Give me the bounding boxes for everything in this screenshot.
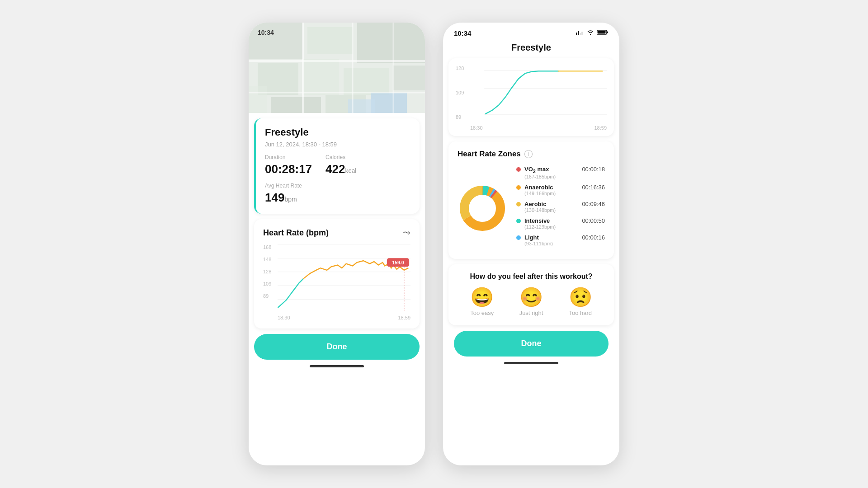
workout-card: Freestyle Jun 12, 2024, 18:30 - 18:59 Du… — [254, 118, 420, 214]
chart-wrapper: 168 148 128 109 89 — [263, 244, 410, 313]
zone-item-anaerobic: Anaerobic (149-166bpm) 00:16:36 — [516, 184, 605, 196]
just-right-emoji: 😊 — [519, 288, 543, 307]
svg-text:159.0: 159.0 — [392, 260, 404, 265]
zone-item-aerobic: Aerobic (130-148bpm) 00:09:46 — [516, 201, 605, 213]
page-title: Freestyle — [448, 42, 614, 53]
feel-title: How do you feel after this workout? — [458, 272, 605, 281]
feel-option-too-easy[interactable]: 😄 Too easy — [470, 288, 494, 316]
line-chart-card: 128 109 89 — [448, 58, 614, 136]
map-area: 10:34 — [249, 23, 425, 113]
right-x-labels: 18:30 18:59 — [456, 125, 607, 131]
svg-rect-26 — [576, 33, 577, 35]
zone-dot-anaerobic — [516, 185, 521, 190]
zones-list: VO2 max (167-185bpm) 00:00:18 Anaerobic … — [516, 166, 605, 251]
chart-x-labels: 18:30 18:59 — [263, 315, 410, 320]
feel-options: 😄 Too easy 😊 Just right 😟 Too hard — [458, 288, 605, 316]
zone-dot-light — [516, 235, 521, 240]
svg-rect-34 — [484, 66, 607, 119]
hr-chart-svg: 159.0 — [278, 244, 410, 313]
svg-rect-2 — [307, 27, 353, 54]
zones-title: Heart Rate Zones — [458, 150, 521, 159]
svg-rect-1 — [249, 23, 303, 59]
workout-title: Freestyle — [265, 127, 410, 138]
hr-chart-title: Heart Rate (bpm) — [263, 228, 329, 238]
zone-info-light: Light (93-111bpm) — [524, 234, 578, 246]
signal-icon — [576, 29, 584, 37]
zone-item-light: Light (93-111bpm) 00:00:16 — [516, 234, 605, 246]
calories-value: 422kcal — [326, 162, 356, 176]
right-phone: 10:34 Freestyle 128 109 89 — [443, 23, 619, 465]
right-content: Freestyle 128 109 89 — [443, 41, 619, 465]
svg-rect-28 — [580, 33, 581, 35]
status-bar: 10:34 — [443, 23, 619, 41]
zone-dot-aerobic — [516, 202, 521, 206]
map-time: 10:34 — [258, 29, 274, 36]
svg-rect-29 — [581, 32, 583, 35]
calories-stat: Calories 422kcal — [326, 154, 356, 176]
avg-hr-stat: Avg Heart Rate 149bpm — [265, 183, 410, 205]
status-icons — [576, 29, 609, 37]
phone-content: Freestyle Jun 12, 2024, 18:30 - 18:59 Du… — [249, 113, 425, 465]
right-chart-y-labels: 128 109 89 — [456, 66, 464, 120]
wifi-icon — [587, 29, 594, 37]
battery-icon — [597, 29, 609, 37]
right-chart-wrapper: 128 109 89 — [456, 66, 607, 124]
done-button-left[interactable]: Done — [254, 334, 420, 360]
zones-content: VO2 max (167-185bpm) 00:00:18 Anaerobic … — [458, 166, 605, 251]
done-button-right[interactable]: Done — [454, 331, 609, 357]
duration-label: Duration — [265, 154, 312, 160]
svg-point-30 — [590, 34, 591, 35]
svg-rect-11 — [371, 93, 407, 113]
feel-option-too-hard[interactable]: 😟 Too hard — [569, 288, 592, 316]
right-chart-svg — [456, 66, 607, 124]
zone-info-vo2: VO2 max (167-185bpm) — [524, 166, 578, 179]
svg-rect-8 — [271, 97, 321, 113]
svg-rect-3 — [357, 23, 425, 63]
too-hard-label: Too hard — [569, 310, 592, 316]
chart-y-labels: 168 148 128 109 89 — [263, 244, 271, 299]
zone-info-anaerobic: Anaerobic (149-166bpm) — [524, 184, 578, 196]
svg-rect-7 — [393, 66, 425, 90]
home-indicator-right — [504, 362, 558, 364]
avg-hr-value: 149bpm — [265, 191, 410, 205]
home-indicator-left — [310, 365, 364, 367]
feel-card: How do you feel after this workout? 😄 To… — [448, 264, 614, 325]
just-right-label: Just right — [519, 310, 543, 316]
too-easy-label: Too easy — [470, 310, 494, 316]
hr-header: Heart Rate (bpm) ⤳ — [263, 227, 410, 238]
info-icon[interactable]: i — [524, 150, 533, 158]
too-easy-emoji: 😄 — [470, 288, 494, 307]
zones-header: Heart Rate Zones i — [458, 150, 605, 159]
svg-rect-32 — [607, 32, 609, 33]
calories-label: Calories — [326, 154, 356, 160]
zone-dot-intensive — [516, 219, 521, 223]
stats-row: Duration 00:28:17 Calories 422kcal — [265, 154, 410, 176]
svg-rect-6 — [344, 68, 389, 95]
zone-info-aerobic: Aerobic (130-148bpm) — [524, 201, 578, 213]
svg-point-43 — [470, 196, 495, 221]
zone-item-vo2: VO2 max (167-185bpm) 00:00:18 — [516, 166, 605, 179]
status-time: 10:34 — [454, 29, 471, 37]
zone-item-intensive: Intensive (112-129bpm) 00:00:50 — [516, 217, 605, 230]
svg-rect-27 — [578, 31, 579, 35]
svg-rect-5 — [303, 59, 339, 95]
hr-zones-card: Heart Rate Zones i — [448, 141, 614, 259]
donut-chart — [458, 183, 507, 233]
duration-value: 00:28:17 — [265, 162, 312, 176]
workout-date: Jun 12, 2024, 18:30 - 18:59 — [265, 141, 410, 148]
zone-info-intensive: Intensive (112-129bpm) — [524, 217, 578, 230]
svg-rect-33 — [598, 31, 606, 34]
hr-chart-icon: ⤳ — [403, 227, 410, 238]
too-hard-emoji: 😟 — [569, 288, 592, 307]
avg-hr-label: Avg Heart Rate — [265, 183, 410, 189]
left-phone: 10:34 Freestyle Jun 12, 2024, 18:30 - 18… — [249, 23, 425, 465]
svg-rect-10 — [249, 86, 267, 113]
duration-stat: Duration 00:28:17 — [265, 154, 312, 176]
zone-dot-vo2 — [516, 167, 521, 172]
feel-option-just-right[interactable]: 😊 Just right — [519, 288, 543, 316]
hr-chart-card: Heart Rate (bpm) ⤳ 168 148 128 109 89 — [254, 219, 420, 328]
